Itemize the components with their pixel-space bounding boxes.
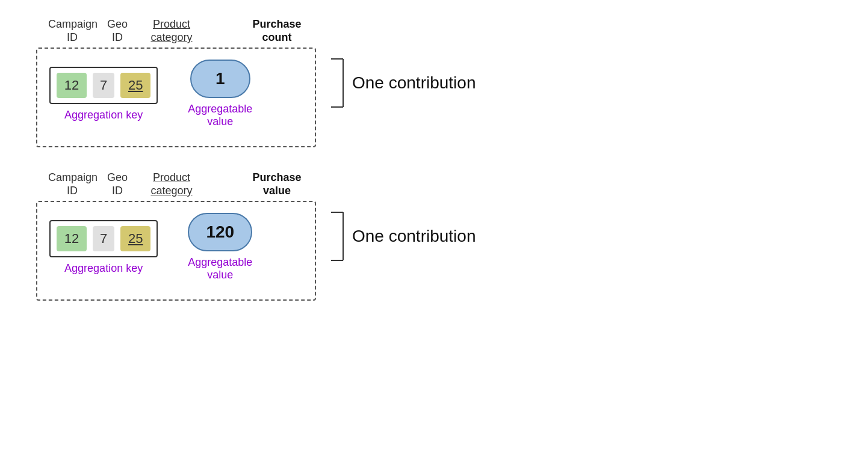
key-area-2: 12 7 25 Aggregation key xyxy=(49,220,158,275)
right-side-2: One contribution xyxy=(328,206,476,266)
one-contribution-label-2: One contribution xyxy=(352,227,476,246)
header-product-1: Product category xyxy=(138,18,205,44)
key-box-2: 12 7 25 xyxy=(49,220,158,257)
right-side-1: One contribution xyxy=(328,53,476,113)
header-product-2: Product category xyxy=(138,171,205,197)
key-area-1: 12 7 25 Aggregation key xyxy=(49,67,158,121)
agg-value-label-2: Aggregatable value xyxy=(188,256,252,281)
geo-cell-1: 7 xyxy=(93,73,114,98)
agg-key-label-2: Aggregation key xyxy=(64,262,143,275)
top-headers-row-2: Campaign ID Geo ID Product category Purc… xyxy=(36,171,316,197)
header-geo-2: Geo ID xyxy=(96,171,138,197)
bracket-svg-2 xyxy=(328,206,346,266)
value-bubble-2: 120 xyxy=(188,213,252,251)
headers-and-dashed-1: Campaign ID Geo ID Product category Purc… xyxy=(36,18,316,147)
header-campaign-2: Campaign ID xyxy=(48,171,96,197)
geo-cell-2: 7 xyxy=(93,226,114,251)
header-purchase-1: Purchase count xyxy=(238,18,316,44)
campaign-cell-1: 12 xyxy=(57,73,87,98)
dashed-outer-1: 12 7 25 Aggregation key 1 Aggregatable v… xyxy=(36,48,316,147)
product-cell-2: 25 xyxy=(120,226,150,251)
top-headers-row-1: Campaign ID Geo ID Product category Purc… xyxy=(36,18,316,44)
one-contribution-label-1: One contribution xyxy=(352,73,476,93)
campaign-cell-2: 12 xyxy=(57,226,87,251)
dashed-outer-2: 12 7 25 Aggregation key 120 Aggregatable… xyxy=(36,201,316,301)
agg-key-label-1: Aggregation key xyxy=(64,109,143,121)
diagram-container: Campaign ID Geo ID Product category Purc… xyxy=(0,0,868,319)
value-area-2: 120 Aggregatable value xyxy=(188,213,252,281)
agg-value-label-1: Aggregatable value xyxy=(188,103,252,128)
header-purchase-2: Purchase value xyxy=(238,171,316,197)
bracket-svg-1 xyxy=(328,53,346,113)
value-bubble-1: 1 xyxy=(190,60,250,98)
product-cell-1: 25 xyxy=(120,73,150,98)
section-1: Campaign ID Geo ID Product category Purc… xyxy=(36,18,476,147)
key-box-1: 12 7 25 xyxy=(49,67,158,104)
value-area-1: 1 Aggregatable value xyxy=(188,60,252,128)
headers-and-dashed-2: Campaign ID Geo ID Product category Purc… xyxy=(36,171,316,301)
header-campaign-1: Campaign ID xyxy=(48,18,96,44)
section-2: Campaign ID Geo ID Product category Purc… xyxy=(36,171,476,301)
header-geo-1: Geo ID xyxy=(96,18,138,44)
